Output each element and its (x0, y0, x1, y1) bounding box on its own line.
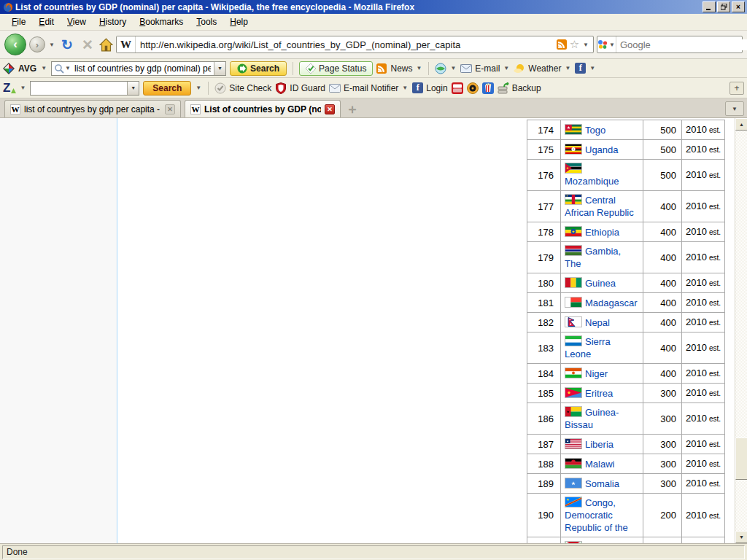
app-shortcut-button[interactable]: ▼ (435, 63, 457, 74)
facebook-login-button[interactable]: f Login (412, 82, 447, 93)
avg-search-input[interactable] (71, 63, 214, 74)
bookmark-star-icon[interactable]: ☆ (570, 38, 579, 51)
flag-car-icon[interactable] (565, 194, 582, 205)
z-brand-button[interactable]: Z ▼ (3, 81, 26, 96)
news-rss-icon[interactable] (376, 63, 387, 74)
country-link[interactable]: Malawi (585, 459, 614, 470)
tab-close-icon[interactable]: ✕ (165, 104, 175, 114)
stop-button[interactable]: ✕ (79, 36, 96, 53)
flag-uganda-icon[interactable] (565, 144, 582, 155)
email-notifier-button[interactable]: E-mail Notifier ▼ (329, 82, 409, 94)
country-link[interactable]: Guinea (585, 278, 616, 289)
flag-nepal-icon[interactable] (565, 316, 582, 327)
country-link[interactable]: Mozambique (565, 176, 619, 187)
tab-gdp-article[interactable]: W List of countries by GDP (nominal... ✕ (185, 100, 341, 117)
flag-liberia-icon[interactable] (565, 438, 582, 449)
youtube-icon[interactable] (452, 82, 463, 94)
facebook-button[interactable]: f ▼ (575, 63, 596, 74)
flag-madagascar-icon[interactable] (565, 297, 582, 308)
country-link[interactable]: Burundi (585, 542, 618, 544)
news-dropdown-icon[interactable]: ▼ (415, 65, 422, 71)
flag-burundi-icon[interactable] (565, 541, 582, 544)
z-search-box[interactable]: ▼ (30, 81, 139, 96)
scrollbar-thumb[interactable] (735, 438, 747, 480)
history-dropdown-icon[interactable]: ▼ (48, 42, 55, 48)
flag-sierra_leone-icon[interactable] (565, 335, 582, 346)
toolbar-add-button[interactable]: + (729, 82, 744, 95)
reload-button[interactable]: ↻ (58, 36, 76, 53)
menu-bookmarks[interactable]: Bookmarks (133, 15, 189, 29)
z-search-history-dropdown[interactable]: ▼ (127, 82, 139, 95)
menu-view[interactable]: View (61, 15, 92, 29)
tab-close-icon[interactable]: ✕ (325, 104, 335, 114)
country-link[interactable]: Somalia (585, 478, 619, 489)
flag-guinea-icon[interactable] (565, 277, 582, 288)
url-bar[interactable]: W ☆ ▼ (116, 36, 594, 53)
z-search-dropdown-icon[interactable]: ▼ (195, 85, 202, 91)
avg-search-box[interactable]: ▼ ▼ (51, 61, 226, 76)
country-link[interactable]: Uganda (585, 144, 619, 155)
email-button[interactable]: E-mail ▼ (460, 63, 510, 74)
app-dropdown-icon[interactable]: ▼ (449, 65, 457, 71)
google-logo-icon[interactable]: ▼ (597, 36, 616, 52)
id-guard-button[interactable]: ID Guard (275, 82, 325, 94)
avg-menu-dropdown-icon[interactable]: ▼ (40, 65, 47, 71)
flag-guinea_bissau-icon[interactable] (565, 406, 582, 417)
url-dropdown-icon[interactable]: ▼ (582, 42, 589, 48)
flag-togo-icon[interactable] (565, 124, 582, 135)
flag-gambia-icon[interactable] (565, 245, 582, 256)
flag-malawi-icon[interactable] (565, 458, 582, 469)
z-menu-dropdown-icon[interactable]: ▼ (19, 85, 26, 91)
avg-search-type-dropdown-icon[interactable]: ▼ (64, 65, 71, 71)
email-notifier-dropdown-icon[interactable]: ▼ (401, 85, 409, 91)
email-dropdown-icon[interactable]: ▼ (503, 65, 510, 71)
avg-search-button[interactable]: Search (230, 61, 287, 76)
forward-button[interactable]: › (29, 36, 45, 52)
country-link[interactable]: Nepal (585, 317, 610, 328)
restore-button[interactable] (717, 1, 730, 12)
weather-dropdown-icon[interactable]: ▼ (564, 65, 571, 71)
menu-help[interactable]: Help (224, 15, 254, 29)
tab-search-results[interactable]: W list of countryes by gdp per capita - … (4, 100, 181, 117)
site-check-button[interactable]: Site Check (214, 82, 271, 94)
backup-button[interactable]: Backup (498, 82, 541, 94)
new-tab-button[interactable]: ✛ (344, 103, 360, 116)
url-input[interactable] (136, 39, 553, 50)
avg-search-history-dropdown[interactable]: ▼ (214, 62, 225, 75)
home-button[interactable] (99, 38, 113, 52)
menu-edit[interactable]: Edit (33, 15, 60, 29)
minimize-button[interactable] (703, 1, 716, 12)
country-link[interactable]: Togo (585, 125, 605, 136)
z-search-input[interactable] (31, 83, 127, 93)
country-link[interactable]: Ethiopia (585, 227, 619, 238)
search-engine-dropdown-icon[interactable]: ▼ (608, 42, 616, 48)
web-search-input[interactable] (616, 39, 747, 50)
vertical-scrollbar[interactable]: ▲ ▼ (735, 118, 747, 543)
flag-drc-icon[interactable] (565, 497, 582, 508)
search-bar[interactable]: ▼ (597, 36, 743, 53)
country-link[interactable]: Liberia (585, 439, 614, 450)
page-status-button[interactable]: Page Status (299, 61, 373, 76)
country-link[interactable]: Niger (585, 368, 608, 379)
avg-brand-label[interactable]: AVG (18, 63, 36, 74)
close-button[interactable]: × (732, 1, 745, 12)
z-search-button[interactable]: Search (143, 81, 191, 96)
menu-tools[interactable]: Tools (190, 15, 222, 29)
weather-button[interactable]: Weather ▼ (514, 63, 571, 74)
rss-icon[interactable] (557, 39, 567, 50)
grooveshark-icon[interactable] (467, 82, 479, 94)
scroll-down-arrow[interactable]: ▼ (735, 531, 747, 543)
scroll-up-arrow[interactable]: ▲ (735, 118, 747, 131)
media-popcorn-icon[interactable] (482, 82, 494, 94)
news-button[interactable]: News ▼ (390, 63, 422, 74)
avg-magnifier-icon[interactable] (54, 63, 64, 74)
back-button[interactable]: ‹ (4, 34, 26, 55)
flag-niger-icon[interactable] (565, 368, 582, 378)
country-link[interactable]: Eritrea (585, 388, 613, 399)
flag-mozambique-icon[interactable] (565, 163, 582, 174)
country-link[interactable]: Madagascar (585, 298, 638, 308)
flag-somalia-icon[interactable] (565, 478, 582, 489)
facebook-dropdown-icon[interactable]: ▼ (589, 65, 596, 71)
menu-file[interactable]: File (6, 15, 31, 29)
list-all-tabs-button[interactable]: ▼ (725, 101, 744, 116)
